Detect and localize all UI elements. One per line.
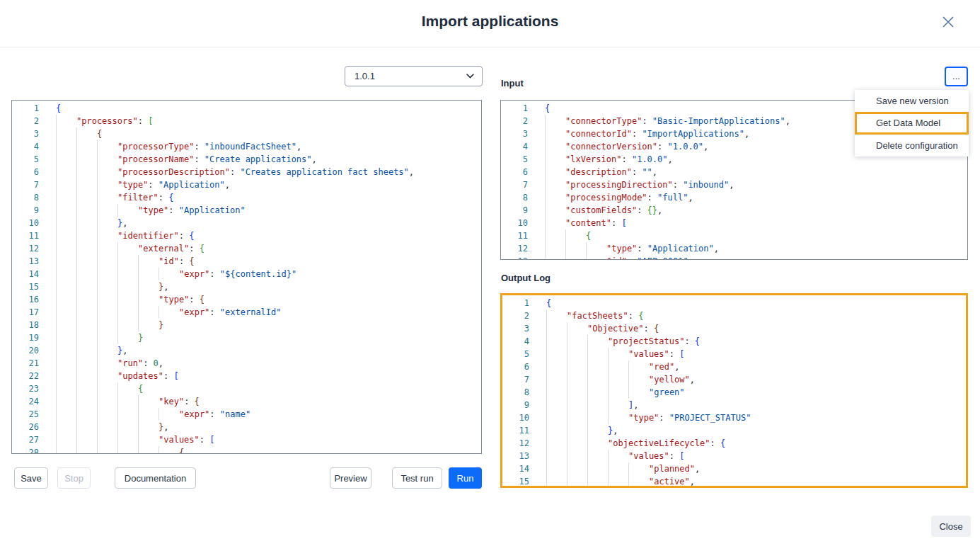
indent-guide [76, 331, 97, 344]
code-text: { [528, 229, 967, 242]
code-line: 12"objectiveLifecycle": { [502, 437, 966, 450]
indent-guide [546, 386, 567, 399]
indent-guide [567, 386, 587, 399]
line-number: 27 [12, 433, 39, 446]
code-line: 17"expr": "externalId" [12, 306, 481, 319]
code-line: 8"green" [502, 386, 966, 399]
line-number: 4 [501, 140, 528, 153]
indent-guide [117, 331, 138, 344]
indent-guide [76, 382, 97, 395]
indent-guide [56, 115, 76, 127]
indent-guide [76, 153, 97, 166]
stop-button[interactable]: Stop [57, 467, 91, 489]
line-number: 13 [501, 255, 528, 260]
menu-item-delete-configuration[interactable]: Delete configuration [855, 135, 969, 157]
configuration-code-editor[interactable]: 1{2"processors": [3{4"processorType": "i… [11, 100, 482, 454]
indent-guide [97, 408, 117, 421]
menu-item-get-data-model[interactable]: Get Data Model [855, 112, 969, 135]
code-line: 9"type": "Application" [12, 204, 481, 217]
code-text: { [39, 127, 481, 140]
code-line: 5"values": [ [502, 348, 966, 360]
code-text: }, [39, 421, 481, 433]
code-text: "id": { [39, 255, 481, 268]
indent-guide [567, 360, 587, 373]
code-text: "processingDirection": "inbound", [528, 178, 967, 191]
preview-button[interactable]: Preview [330, 467, 371, 489]
indent-guide [117, 255, 138, 268]
test-run-button[interactable]: Test run [392, 467, 442, 489]
indent-guide [138, 280, 158, 293]
indent-guide [608, 462, 628, 475]
line-number: 6 [502, 360, 529, 373]
code-line: 2"factSheets": { [502, 309, 966, 322]
line-number: 13 [12, 255, 39, 268]
code-line: 28{ [12, 446, 481, 454]
indent-guide [56, 127, 76, 140]
indent-guide [76, 293, 97, 306]
run-button[interactable]: Run [449, 467, 482, 489]
code-text: } [39, 331, 481, 344]
indent-guide [76, 306, 97, 319]
close-button[interactable]: Close [931, 516, 971, 537]
save-button[interactable]: Save [14, 467, 48, 489]
indent-guide [546, 411, 567, 424]
code-text: "red", [529, 360, 966, 373]
indent-guide [608, 411, 628, 424]
version-select[interactable]: 1.0.1 [345, 66, 483, 86]
more-options-menu: Save new version Get Data Model Delete c… [855, 90, 969, 157]
code-text: "objectiveLifecycle": { [529, 437, 966, 450]
indent-guide [567, 348, 587, 360]
indent-guide [545, 127, 565, 140]
code-line: 4"processorType": "inboundFactSheet", [12, 140, 481, 153]
menu-item-save-new-version[interactable]: Save new version [855, 90, 969, 112]
indent-guide [586, 255, 606, 260]
indent-guide [97, 421, 117, 433]
indent-guide [138, 408, 158, 421]
code-line: 11}, [502, 424, 966, 437]
output-log-editor[interactable]: 1{2"factSheets": {3"Objective": {4"proje… [500, 293, 968, 488]
indent-guide [545, 178, 565, 191]
code-line: 6"red", [502, 360, 966, 373]
indent-guide [97, 178, 117, 191]
code-text: "identifier": { [39, 229, 481, 242]
documentation-button[interactable]: Documentation [115, 467, 196, 489]
indent-guide [117, 408, 138, 421]
indent-guide [97, 306, 117, 319]
indent-guide [546, 360, 567, 373]
indent-guide [76, 242, 97, 255]
code-line: 9], [502, 399, 966, 411]
indent-guide [56, 280, 76, 293]
indent-guide [138, 268, 158, 280]
code-text: "description": "", [528, 166, 967, 178]
indent-guide [117, 446, 138, 454]
code-line: 15"active", [502, 475, 966, 488]
indent-guide [608, 450, 628, 462]
code-text: "key": { [39, 395, 481, 408]
indent-guide [117, 293, 138, 306]
code-text: "processors": [ [39, 115, 481, 127]
close-icon[interactable] [940, 14, 956, 30]
line-number: 10 [501, 217, 528, 229]
line-number: 23 [12, 382, 39, 395]
indent-guide [138, 395, 158, 408]
indent-guide [76, 344, 97, 357]
indent-guide [565, 229, 586, 242]
more-options-button[interactable]: ... [945, 67, 968, 86]
indent-guide [138, 319, 158, 331]
indent-guide [97, 268, 117, 280]
indent-guide [76, 268, 97, 280]
chevron-down-icon [466, 74, 474, 79]
indent-guide [545, 217, 565, 229]
line-number: 8 [12, 191, 39, 204]
indent-guide [97, 242, 117, 255]
indent-guide [76, 191, 97, 204]
line-number: 22 [12, 370, 39, 382]
indent-guide [117, 204, 138, 217]
code-text: "updates": [ [39, 370, 481, 382]
line-number: 1 [12, 102, 39, 115]
indent-guide [97, 191, 117, 204]
line-number: 14 [12, 268, 39, 280]
indent-guide [545, 153, 565, 166]
line-number: 9 [502, 399, 529, 411]
indent-guide [76, 395, 97, 408]
